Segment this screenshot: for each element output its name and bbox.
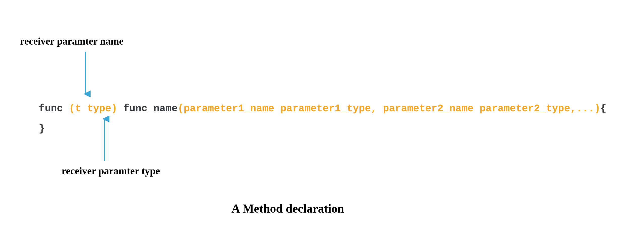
code-line-1: func (t type) func_name(parameter1_name …: [39, 101, 606, 117]
code-brace-close: }: [39, 123, 45, 135]
code-keyword-func: func: [39, 103, 69, 114]
code-brace-open: {: [600, 103, 606, 114]
code-func-name: func_name: [123, 103, 178, 114]
diagram-caption: A Method declaration: [231, 202, 344, 215]
diagram-canvas: receiver paramter name func (t type) fun…: [0, 0, 644, 233]
code-line-2: }: [39, 121, 45, 137]
code-params: (parameter1_name parameter1_type, parame…: [178, 103, 600, 114]
code-space: [117, 103, 123, 114]
label-receiver-type: receiver paramter type: [62, 165, 160, 177]
label-receiver-name: receiver paramter name: [20, 35, 124, 47]
arrow-up-icon: [99, 116, 109, 161]
arrow-down-icon: [80, 52, 91, 97]
code-receiver: (t type): [69, 103, 117, 114]
